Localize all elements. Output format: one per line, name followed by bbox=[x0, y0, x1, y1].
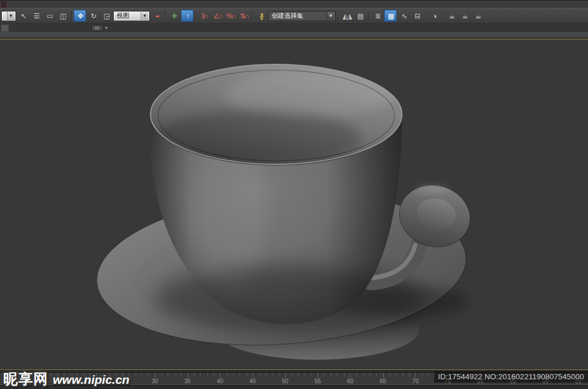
stock-id-overlay: ID:17544922 NO:20160221190807545000 bbox=[434, 371, 588, 383]
angle-snap-toggle-button[interactable]: ∠∩ bbox=[211, 10, 224, 22]
ruler-tick bbox=[253, 373, 253, 378]
ruler-frame-number: 50 bbox=[282, 378, 288, 384]
spinner-snap-toggle-button[interactable]: ⇅∩ bbox=[238, 10, 250, 22]
ruler-tick bbox=[363, 373, 364, 376]
select-by-name-button[interactable]: ☰ bbox=[30, 10, 42, 22]
window-crossing-toggle-button[interactable]: ◫ bbox=[56, 10, 69, 22]
render-production-button[interactable]: ☕ bbox=[471, 10, 484, 22]
ruler-tick bbox=[389, 373, 390, 376]
toolbar-icon: ≣ bbox=[375, 13, 380, 20]
ruler-tick bbox=[292, 373, 292, 376]
ruler-tick bbox=[259, 373, 260, 376]
use-pivot-point-center-button[interactable]: ▪▪ bbox=[150, 10, 163, 22]
ruler-tick bbox=[227, 373, 227, 376]
toolbar-icon: ↖ bbox=[21, 13, 25, 20]
mirror-button[interactable]: ◭◮ bbox=[341, 10, 353, 22]
ruler-tick bbox=[233, 373, 234, 376]
select-and-scale-button[interactable]: ◲ bbox=[100, 10, 113, 22]
ribbon-collapsed-band bbox=[0, 32, 588, 39]
ruler-tick bbox=[415, 373, 416, 378]
ruler-tick bbox=[311, 373, 312, 376]
ruler-tick bbox=[403, 373, 403, 376]
rectangular-selection-region-button[interactable]: ▭ bbox=[43, 10, 56, 22]
main-toolbar: ▾ ↖ ☰ ▭ ◫ ✥ ↻ bbox=[0, 8, 588, 24]
toolbar-icon: ☕ bbox=[462, 13, 467, 20]
layer-manager-button[interactable]: ≣ bbox=[371, 10, 384, 22]
toolbar-icon: ↻ bbox=[91, 13, 95, 20]
ruler-frame-number: 30 bbox=[152, 378, 158, 384]
rendered-frame-window-button[interactable]: ☕ bbox=[458, 10, 471, 22]
select-object-button[interactable]: ↖ bbox=[17, 10, 29, 22]
ruler-tick bbox=[200, 373, 201, 376]
chevron-down-icon: ▾ bbox=[105, 25, 107, 30]
stock-id-text: ID:17544922 NO:20160221190807545000 bbox=[438, 372, 584, 381]
ribbon-corner-tab[interactable] bbox=[1, 25, 9, 32]
app-icon-fragment bbox=[1, 2, 6, 7]
ruler-tick bbox=[337, 373, 338, 376]
chevron-down-icon: ▾ bbox=[141, 12, 148, 20]
edit-named-selection-sets-button[interactable]: {∕} bbox=[255, 10, 268, 22]
perspective-viewport[interactable] bbox=[0, 39, 588, 370]
toolbar-icon: ◲ bbox=[103, 13, 109, 20]
toolbar-icon: ▪▪ bbox=[156, 13, 158, 20]
selection-filter-combo[interactable]: ▾ bbox=[1, 11, 16, 21]
toolbar-icon: ◫ bbox=[60, 13, 65, 20]
named-selection-set-combo[interactable]: 创建选择集 ▾ bbox=[268, 11, 336, 21]
ruler-tick bbox=[357, 373, 357, 376]
toolbar-separator bbox=[367, 10, 370, 22]
ruler-tick bbox=[168, 373, 168, 376]
ruler-tick bbox=[161, 373, 162, 376]
toolbar-separator bbox=[194, 10, 198, 22]
ruler-tick bbox=[396, 373, 396, 376]
toolbar-icon: 3∩ bbox=[201, 13, 207, 20]
combo-value: 创建选择集 bbox=[272, 13, 324, 19]
watermark-site-name: 昵享网 bbox=[3, 369, 48, 388]
ruler-tick bbox=[175, 373, 175, 376]
chevron-down-icon: ▾ bbox=[7, 12, 14, 20]
chevron-down-icon: ▾ bbox=[327, 12, 334, 20]
keyboard-shortcut-override-button[interactable]: ↑ bbox=[181, 10, 194, 22]
reference-coordinate-system-combo[interactable]: 视图 ▾ bbox=[113, 11, 150, 21]
toolbar-separator bbox=[424, 10, 427, 22]
watermark: 昵享网 www.nipic.cn bbox=[3, 369, 129, 388]
ruler-tick bbox=[285, 373, 286, 378]
percent-snap-toggle-button[interactable]: %∩ bbox=[225, 10, 237, 22]
ruler-tick bbox=[298, 373, 299, 376]
graphite-ribbon-toggle-button[interactable]: ▦ bbox=[384, 10, 397, 22]
schematic-view-button[interactable]: ⊟ bbox=[411, 10, 423, 22]
select-and-move-button[interactable]: ✥ bbox=[74, 10, 86, 22]
render-setup-button[interactable]: ☕ bbox=[445, 10, 458, 22]
ruler-frame-number: 40 bbox=[217, 378, 223, 384]
ruler-tick bbox=[318, 373, 318, 378]
ruler-tick bbox=[278, 373, 279, 376]
toolbar-icon: ∿ bbox=[401, 13, 406, 20]
ribbon-minimize-control[interactable]: ▭ ▾ bbox=[91, 25, 107, 31]
toolbar-icon: ▦ bbox=[388, 13, 393, 20]
align-button[interactable]: ▤ bbox=[354, 10, 366, 22]
ruler-tick bbox=[194, 373, 195, 376]
show-ribbon-icon: ▭ bbox=[91, 25, 103, 31]
curve-editor-button[interactable]: ∿ bbox=[397, 10, 410, 22]
select-and-rotate-button[interactable]: ↻ bbox=[87, 10, 99, 22]
ruler-tick bbox=[428, 373, 429, 376]
ruler-frame-number: 70 bbox=[412, 378, 419, 384]
toolbar-icon: ◭◮ bbox=[343, 13, 351, 20]
toolbar-separator bbox=[251, 10, 254, 22]
material-editor-button[interactable]: ◑ bbox=[428, 10, 440, 22]
ruler-tick bbox=[188, 373, 188, 378]
ruler-tick bbox=[376, 373, 377, 376]
select-and-manipulate-button[interactable]: ✛ bbox=[168, 10, 180, 22]
ruler-tick bbox=[370, 373, 370, 376]
ruler-tick bbox=[266, 373, 266, 376]
ribbon-tab-row: ▭ ▾ bbox=[0, 24, 588, 32]
ruler-tick bbox=[155, 373, 156, 378]
ruler-tick bbox=[350, 373, 351, 378]
snaps-toggle-3d-button[interactable]: 3∩ bbox=[198, 10, 211, 22]
toolbar-icon: ☕ bbox=[449, 13, 454, 20]
ruler-frame-number: 60 bbox=[347, 378, 353, 384]
toolbar-icon: ↑ bbox=[186, 13, 188, 20]
toolbar-icon: ▤ bbox=[357, 13, 362, 20]
ruler-tick bbox=[344, 373, 345, 376]
ruler-tick bbox=[422, 373, 423, 376]
toolbar-icon: {∕} bbox=[260, 13, 262, 20]
